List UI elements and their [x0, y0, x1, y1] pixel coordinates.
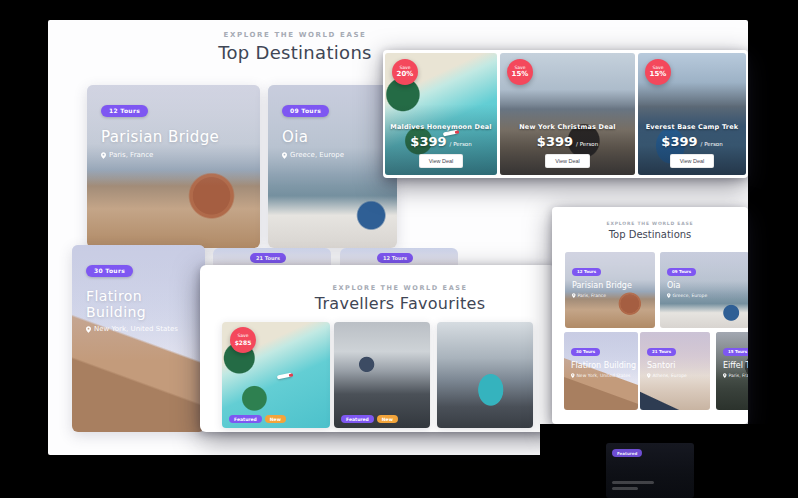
deal-price: $399 / Person	[537, 134, 598, 149]
destination-card-oia[interactable]: 09 Tours Oia Greece, Europe	[268, 85, 397, 248]
destination-title: Flatiron Building	[86, 288, 191, 320]
featured-pill: Featured	[612, 449, 642, 457]
section-eyebrow: EXPLORE THE WORLD EASE	[260, 284, 540, 292]
view-deal-button[interactable]: View Deal	[545, 154, 590, 168]
hidden-destination-card-top: 21 Tours	[213, 248, 331, 265]
faint-text-line	[612, 487, 638, 490]
destination-location: Athens, Europe	[647, 373, 703, 378]
deal-content: New York Christmas Deal $399 / Person Vi…	[500, 123, 635, 175]
destination-location-label: Paris, France	[109, 151, 153, 159]
mini-destination-card-parisian-bridge[interactable]: 12 Tours Parisian Bridge Paris, France	[565, 252, 655, 328]
destination-title: Santori	[647, 361, 703, 370]
overflow-photo-card[interactable]: Featured	[606, 443, 694, 498]
destination-title: Parisian Bridge	[101, 128, 246, 146]
card-pills: Featured New	[341, 415, 398, 423]
destination-card-flatiron-building[interactable]: 30 Tours Flatiron Building New York, Uni…	[72, 245, 205, 432]
tours-badge: 09 Tours	[282, 105, 329, 117]
view-deal-button[interactable]: View Deal	[670, 154, 715, 168]
deal-price-value: $399	[537, 134, 573, 149]
location-pin-icon	[667, 293, 671, 298]
travellers-favourites-panel: EXPLORE THE WORLD EASE Travellers Favour…	[200, 265, 556, 432]
mini-destination-card-santori[interactable]: 21 Tours Santori Athens, Europe	[640, 332, 710, 410]
card-pills: Featured New	[229, 415, 286, 423]
mini-card-content: 12 Tours Parisian Bridge Paris, France	[565, 252, 655, 328]
destination-location-label: New York, United States	[577, 373, 631, 378]
destination-title: Oia	[282, 128, 383, 146]
discount-badge-value: 15%	[512, 70, 529, 79]
destination-card-content: 09 Tours Oia Greece, Europe	[268, 85, 397, 248]
mini-top-destinations-page: EXPLORE THE WORLD EASE Top Destinations …	[552, 207, 748, 424]
discount-badge-value: 20%	[397, 70, 414, 79]
mini-destination-card-oia[interactable]: 09 Tours Oia Greece, Europe	[660, 252, 748, 328]
destination-location-label: Paris, France	[729, 373, 749, 378]
hidden-destination-card-top: 12 Tours	[340, 248, 458, 265]
discount-badge: Save 20%	[392, 59, 418, 85]
save-badge-amount: $285	[235, 339, 252, 347]
location-pin-icon	[572, 293, 576, 298]
deal-price-value: $399	[661, 134, 697, 149]
tours-badge: 12 Tours	[101, 105, 148, 117]
destination-location-label: Greece, Europe	[290, 151, 344, 159]
location-pin-icon	[571, 373, 575, 378]
section-title-top-destinations: Top Destinations	[215, 42, 375, 63]
tours-badge: 12 Tours	[377, 253, 413, 263]
location-pin-icon	[647, 373, 651, 378]
mini-card-content: 21 Tours Santori Athens, Europe	[640, 332, 710, 410]
tours-badge: 21 Tours	[647, 348, 676, 356]
presentation-stage: EXPLORE THE WORLD EASE Top Destinations …	[0, 0, 798, 498]
discount-badge: Save 15%	[645, 59, 671, 85]
mini-card-content: 15 Tours Eiffel Tower Paris, France	[716, 332, 748, 410]
tours-badge: 30 Tours	[571, 348, 600, 356]
section-eyebrow: EXPLORE THE WORLD EASE	[552, 221, 748, 226]
location-pin-icon	[86, 326, 91, 333]
deal-title: Maldives Honeymoon Deal	[390, 123, 492, 131]
deal-content: Everest Base Camp Trek $399 / Person Vie…	[638, 123, 746, 175]
location-pin-icon	[723, 373, 727, 378]
destination-location-label: Paris, France	[578, 293, 607, 298]
location-pin-icon	[282, 152, 287, 159]
destination-card-content: 12 Tours Parisian Bridge Paris, France	[87, 85, 260, 248]
mini-card-content: 09 Tours Oia Greece, Europe	[660, 252, 748, 328]
tours-badge: 15 Tours	[723, 348, 748, 356]
destination-location-label: Athens, Europe	[653, 373, 687, 378]
section-title-top-destinations: Top Destinations	[552, 229, 748, 240]
tours-badge: 12 Tours	[572, 268, 601, 276]
tours-badge: 09 Tours	[667, 268, 696, 276]
deal-card-maldives[interactable]: Save 20% Maldives Honeymoon Deal $399 / …	[385, 53, 497, 175]
deals-strip: Save 20% Maldives Honeymoon Deal $399 / …	[383, 50, 748, 178]
destination-location: New York, United States	[86, 325, 191, 333]
deal-price-value: $399	[410, 134, 446, 149]
new-pill: New	[377, 415, 398, 423]
section-eyebrow: EXPLORE THE WORLD EASE	[215, 31, 375, 39]
deal-price-unit: / Person	[701, 141, 723, 147]
deal-price-unit: / Person	[576, 141, 598, 147]
deal-card-everest[interactable]: Save 15% Everest Base Camp Trek $399 / P…	[638, 53, 746, 175]
destination-title: Eiffel Tower	[723, 361, 748, 370]
discount-badge: Save 15%	[507, 59, 533, 85]
new-pill: New	[265, 415, 286, 423]
destination-location-label: New York, United States	[94, 325, 178, 333]
destination-location-label: Greece, Europe	[673, 293, 708, 298]
deal-price: $399 / Person	[661, 134, 722, 149]
favourite-card-lake[interactable]	[437, 322, 533, 428]
featured-pill: Featured	[229, 415, 262, 423]
featured-pill: Featured	[341, 415, 374, 423]
faint-text-line	[612, 481, 654, 484]
deal-card-new-york[interactable]: Save 15% New York Christmas Deal $399 / …	[500, 53, 635, 175]
deal-title: Everest Base Camp Trek	[646, 123, 739, 131]
mini-destination-card-flatiron[interactable]: 30 Tours Flatiron Building New York, Uni…	[564, 332, 638, 410]
deal-price: $399 / Person	[410, 134, 471, 149]
view-deal-button[interactable]: View Deal	[419, 154, 464, 168]
destination-location: Paris, France	[572, 293, 648, 298]
destination-card-parisian-bridge[interactable]: 12 Tours Parisian Bridge Paris, France	[87, 85, 260, 248]
seaplane-graphic	[277, 372, 293, 379]
favourite-card-photographer[interactable]: Featured New	[334, 322, 430, 428]
destination-card-content: 30 Tours Flatiron Building New York, Uni…	[72, 245, 205, 432]
favourite-card-beach[interactable]: Save $285 Featured New	[222, 322, 330, 428]
mini-destination-card-eiffel-tower[interactable]: 15 Tours Eiffel Tower Paris, France	[716, 332, 748, 410]
deal-title: New York Christmas Deal	[519, 123, 616, 131]
destination-location: Greece, Europe	[282, 151, 383, 159]
destination-title: Parisian Bridge	[572, 281, 648, 290]
destination-location: New York, United States	[571, 373, 631, 378]
tours-badge: 30 Tours	[86, 265, 133, 277]
